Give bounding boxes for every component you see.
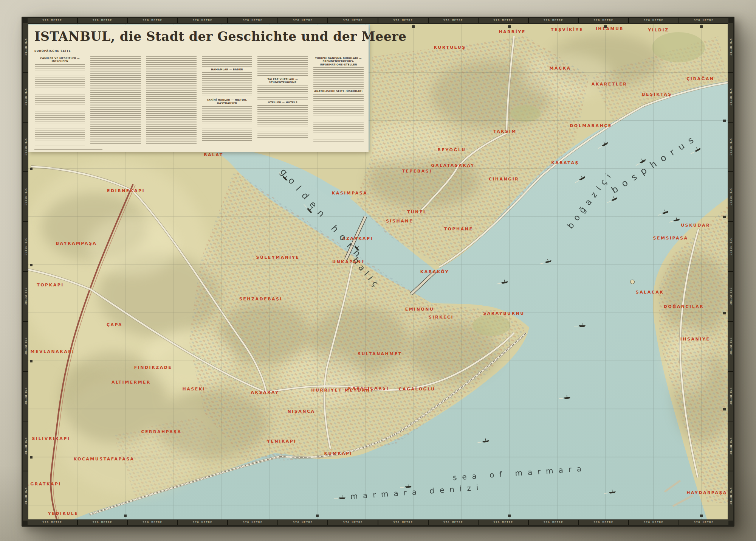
district-label: TÜNEL [407,210,427,215]
district-label: KABATAŞ [551,160,579,165]
scale-segment: 370 METRE [728,372,733,421]
legend-index-lines [313,67,364,89]
sea-label: haliç [351,256,383,291]
scale-bar-bottom: 370 METRE370 METRE370 METRE370 METRE370 … [28,520,728,525]
legend-section-header: ANATOLISCHE SEITE (ÜSKÜDAR) [313,90,364,93]
scale-segment: 370 METRE [228,18,277,23]
legend-section-header: TARİHİ HANLAR — HISTOR. GASTHÄUSER [201,98,253,105]
district-label: EMİNÖNÜ [405,307,434,312]
scale-segment: 370 METRE [579,520,628,525]
district-label: CERRAHPAŞA [141,429,181,434]
district-label: SARAYBURNU [483,311,524,316]
scale-segment: 370 METRE [23,372,28,421]
district-label: SULTANAHMET [358,351,402,356]
scale-segment: 370 METRE [479,520,528,525]
legend-index-lines [35,64,85,147]
district-label: TOPHANE [444,227,473,232]
sea-label: bosphorus [610,131,701,196]
district-label: SIRKECI [429,315,454,320]
legend-credit-line [34,149,102,150]
scale-segment: 370 METRE [78,520,127,525]
district-label: CİHANGİR [489,177,519,182]
district-label: KOCAMUSTAFAPAŞA [73,457,134,462]
district-label: SILIVRIKAPI [32,436,70,441]
district-label: BEŞİKTAŞ [642,92,672,97]
district-label: IHLAMUR [596,26,624,31]
legend-side-header: EUROPÄISCHE SEITE [34,50,71,53]
district-label: KAPALIÇARŞI [348,386,389,391]
district-label: DOĞANCILAR [664,304,704,309]
district-label: NIŞANCA [287,409,315,414]
scale-bar-top: 370 METRE370 METRE370 METRE370 METRE370 … [28,18,728,23]
legend-panel: ISTANBUL, die Stadt der Geschichte und d… [28,25,369,152]
scale-segment: 370 METRE [278,520,328,525]
scale-segment: 370 METRE [178,520,228,525]
legend-index-lines [257,56,308,77]
district-label: ŞEHZADEBAŞI [239,297,282,302]
scale-segment: 370 METRE [728,123,733,172]
scale-segment: 370 METRE [728,222,733,271]
district-label: BALAT [204,152,223,157]
district-label: AKARETLER [592,82,627,87]
scale-segment: 370 METRE [378,18,428,23]
scale-segment: 370 METRE [228,520,277,525]
district-label: ŞEMSİPAŞA [653,236,688,241]
district-label: YEDIKULE [48,511,79,516]
district-label: HASEKI [183,387,206,392]
district-label: ÇAPA [107,322,122,327]
legend-index-lines [202,56,252,67]
district-label: KASIMPAŞA [332,191,368,196]
scale-segment: 370 METRE [529,520,578,525]
scale-segment: 370 METRE [23,172,28,221]
legend-index-lines [202,72,252,97]
scale-segment: 370 METRE [679,520,729,525]
district-label: ALTIMERMER [112,380,151,385]
legend-section-header: CAMİLER VE MESCİTLER — MOSCHEEN [34,57,85,63]
sea-label: sea of marmara [452,464,587,482]
scale-segment: 370 METRE [23,222,28,271]
district-label: ÇIRAĞAN [686,76,714,81]
scale-segment: 370 METRE [23,322,28,371]
district-label: YENIKAPI [267,439,296,444]
scale-segment: 370 METRE [128,18,177,23]
map-title: ISTANBUL, die Stadt der Geschichte und d… [34,29,407,44]
scale-bar-right: 370 METRE370 METRE370 METRE370 METRE370 … [728,23,733,521]
scale-segment: 370 METRE [278,18,328,23]
scale-segment: 370 METRE [28,520,77,525]
scale-bar-left: 370 METRE370 METRE370 METRE370 METRE370 … [23,23,28,521]
scale-segment: 370 METRE [479,18,528,23]
district-label: CAĞALOĞLU [398,387,435,392]
map-panel: 370 METRE370 METRE370 METRE370 METRE370 … [22,17,734,527]
district-label: YILDIZ [648,28,669,33]
district-label: HARBİYE [499,30,526,34]
scale-segment: 370 METRE [28,18,77,23]
scale-segment: 370 METRE [178,18,228,23]
legend-index-lines [257,86,308,100]
district-label: BEYOĞLU [438,148,466,152]
legend-column: TURİZM DANIŞMA BÜROLARI — FREMDENVERKEHR… [313,56,364,146]
scale-segment: 370 METRE [728,23,733,72]
district-label: TEŞVİKİYE [551,27,583,32]
scale-segment: 370 METRE [128,520,177,525]
scale-segment: 370 METRE [679,18,729,23]
district-label: MEVLANAKAPI [31,349,75,354]
legend-column: TALEBE YURTLARI — STUDENTENHEIMEOTELLER … [257,56,308,146]
district-label: DOLMABAHÇE [570,123,612,128]
legend-section-header: OTELLER — HOTELS [257,101,308,104]
scale-segment: 370 METRE [629,18,679,23]
legend-column: HAMAMLAR — BÄDERTARİHİ HANLAR — HISTOR. … [201,56,253,146]
scale-segment: 370 METRE [728,471,733,521]
scale-segment: 370 METRE [728,73,733,122]
scale-segment: 370 METRE [23,73,28,122]
legend-index-lines [257,105,308,138]
scale-segment: 370 METRE [23,471,28,521]
scale-segment: 370 METRE [728,172,733,221]
legend-section-header: TURİZM DANIŞMA BÜROLARI — FREMDENVERKEHR… [313,57,364,66]
district-label: BAYRAMPAŞA [56,241,97,246]
legend-index-columns: CAMİLER VE MESCİTLER — MOSCHEENHAMAMLAR … [34,56,364,146]
scale-segment: 370 METRE [579,18,628,23]
scale-segment: 370 METRE [728,272,733,321]
district-label: İHSANİYE [680,337,710,342]
district-label: FINDIKZADE [134,365,172,370]
scale-segment: 370 METRE [429,520,478,525]
